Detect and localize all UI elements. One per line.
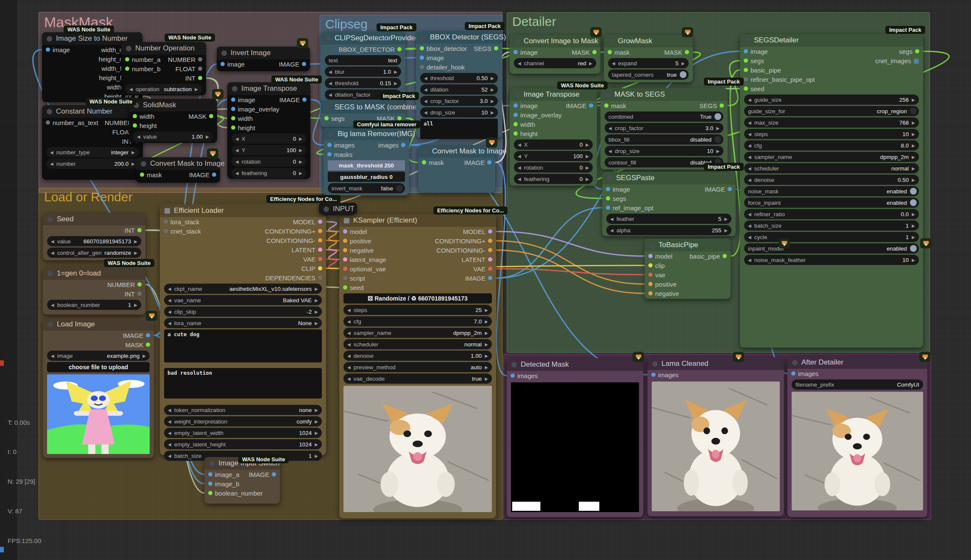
output-slot[interactable]: FLOAT: [176, 65, 202, 72]
output-slot[interactable]: MASK: [125, 341, 150, 348]
decrement-arrow-icon[interactable]: ◀: [50, 150, 53, 155]
image-transpose-green[interactable]: Image TransposeimageIMAGEimage_overlaywi…: [510, 88, 597, 186]
output-slot[interactable]: IMAGE: [249, 471, 276, 478]
node-collapse-dot[interactable]: [141, 161, 146, 167]
output-slot[interactable]: MASK: [572, 49, 597, 56]
input-slot[interactable]: image: [220, 61, 245, 68]
input-dot[interactable]: [324, 116, 329, 120]
detected-mask[interactable]: Detected Maskimages: [507, 358, 643, 517]
input-collapsed[interactable]: INPUT: [319, 203, 357, 215]
output-dot[interactable]: [488, 276, 492, 280]
input-dot[interactable]: [648, 263, 653, 267]
input-dot[interactable]: [343, 229, 347, 234]
input-slot[interactable]: image: [46, 46, 70, 53]
input-slot[interactable]: refiner_basic_pipe_opt: [744, 76, 815, 83]
input-dot[interactable]: [511, 373, 515, 378]
input-slot[interactable]: image: [513, 102, 538, 109]
increment-arrow-icon[interactable]: ▶: [716, 149, 720, 153]
output-slot[interactable]: cnet_images▦: [875, 57, 919, 64]
widget-bbox-fill[interactable]: bbox_filldisabled: [605, 134, 723, 145]
decrement-arrow-icon[interactable]: ◀: [518, 177, 521, 181]
increment-arrow-icon[interactable]: ▶: [912, 155, 915, 159]
output-dot[interactable]: [685, 50, 689, 54]
widget-threshold[interactable]: ◀threshold0.15▶: [325, 78, 401, 88]
output-dot[interactable]: [212, 173, 216, 177]
output-slot[interactable]: CONDITIONING+: [435, 237, 492, 245]
node-header[interactable]: Seed: [43, 213, 145, 226]
node-graph-canvas[interactable]: T: 0.00s I: 0 N: 29 [29] V: 87 FPS:125.0…: [0, 0, 971, 560]
decrement-arrow-icon[interactable]: ◀: [137, 134, 140, 139]
increment-arrow-icon[interactable]: ▶: [315, 408, 318, 412]
increment-arrow-icon[interactable]: ▶: [315, 309, 318, 314]
node-collapse-dot[interactable]: [745, 38, 750, 43]
node-header[interactable]: Lama Cleaned: [647, 357, 784, 370]
output-slot[interactable]: VAE: [473, 265, 492, 273]
node-collapse-dot[interactable]: [792, 360, 798, 365]
widget-boolean-number[interactable]: ◀boolean_number1▶: [47, 300, 141, 310]
increment-arrow-icon[interactable]: ▶: [912, 132, 915, 137]
widget-cfg[interactable]: ◀cfg8.0▶: [744, 140, 919, 150]
increment-arrow-icon[interactable]: ▶: [131, 162, 135, 166]
increment-arrow-icon[interactable]: ▶: [134, 303, 137, 307]
node-header[interactable]: Convert Mask to Image: [136, 157, 220, 170]
decrement-arrow-icon[interactable]: ◀: [329, 92, 332, 97]
node-collapse-dot[interactable]: [649, 242, 655, 248]
output-slot[interactable]: DEPENDENCIES: [265, 274, 322, 281]
output-dot[interactable]: [137, 282, 142, 287]
input-dot[interactable]: [604, 103, 608, 108]
node-header[interactable]: Invert Image: [217, 47, 310, 59]
widget-y[interactable]: ◀Y100▶: [232, 145, 306, 155]
input-slot[interactable]: mask: [604, 102, 626, 109]
increment-arrow-icon[interactable]: ▶: [485, 308, 488, 312]
output-dot[interactable]: [728, 187, 732, 191]
increment-arrow-icon[interactable]: ▶: [485, 342, 488, 347]
input-slot[interactable]: segs: [606, 195, 626, 202]
node-collapse-dot[interactable]: [652, 361, 658, 367]
decrement-arrow-icon[interactable]: ◀: [748, 235, 751, 240]
output-slot[interactable]: IMAGE: [189, 171, 216, 178]
output-slot[interactable]: SEGS: [474, 45, 498, 52]
decrement-arrow-icon[interactable]: ◀: [168, 298, 171, 303]
increment-arrow-icon[interactable]: ▶: [299, 171, 302, 176]
grid-output-icon[interactable]: ▦: [914, 59, 919, 63]
widget-noise-mask[interactable]: noise_maskenabled: [744, 186, 919, 196]
increment-arrow-icon[interactable]: ▶: [315, 454, 318, 458]
output-dot[interactable]: [318, 276, 322, 280]
decrement-arrow-icon[interactable]: ◀: [129, 87, 133, 92]
node-header[interactable]: Load Image: [43, 318, 154, 331]
input-slot[interactable]: mask: [140, 171, 162, 178]
node-collapse-dot[interactable]: [514, 92, 520, 98]
input-slot[interactable]: positive: [648, 281, 677, 288]
input-slot[interactable]: images: [791, 370, 818, 377]
widget-number[interactable]: ◀number200.0▶: [46, 159, 139, 169]
decrement-arrow-icon[interactable]: ◀: [235, 137, 239, 141]
node-collapse-dot[interactable]: [328, 131, 334, 137]
decrement-arrow-icon[interactable]: ◀: [518, 142, 521, 147]
input-dot[interactable]: [513, 122, 518, 126]
increment-arrow-icon[interactable]: ▶: [912, 258, 915, 262]
node-header[interactable]: INPUT: [319, 203, 357, 215]
decrement-arrow-icon[interactable]: ◀: [235, 171, 239, 176]
output-slot[interactable]: images: [378, 142, 405, 149]
input-dot[interactable]: [46, 47, 50, 52]
constant-number[interactable]: Constant Numbernumber_as_textNUMBERFLOAT…: [42, 105, 143, 180]
output-slot[interactable]: LATENT: [292, 246, 322, 254]
widget-weight-interpretation[interactable]: ◀weight_interpretationcomfy▶: [164, 416, 322, 426]
input-dot[interactable]: [513, 131, 518, 136]
widget-combined[interactable]: combinedTrue: [605, 111, 723, 122]
toggle-knob[interactable]: [910, 199, 917, 206]
lama-cleaned[interactable]: Lama Cleanedimages: [647, 357, 784, 516]
output-slot[interactable]: IMAGE: [566, 102, 593, 109]
widget-x[interactable]: ◀X0▶: [232, 134, 306, 144]
node-header[interactable]: MASK to SEGS: [600, 88, 728, 101]
node-header[interactable]: SEGSPaste: [602, 172, 736, 184]
output-slot[interactable]: INT: [125, 227, 142, 234]
widget-tapered-corners[interactable]: tapered_cornerstrue: [608, 70, 689, 80]
growmask[interactable]: GrowMaskmaskMASK◀expand5▶tapered_corners…: [604, 35, 693, 82]
input-dot[interactable]: [231, 125, 235, 130]
output-dot[interactable]: [318, 229, 322, 233]
input-slot[interactable]: model: [648, 253, 672, 260]
input-dot[interactable]: [513, 50, 518, 54]
input-slot[interactable]: mask: [608, 49, 630, 56]
output-dot[interactable]: [488, 257, 492, 262]
